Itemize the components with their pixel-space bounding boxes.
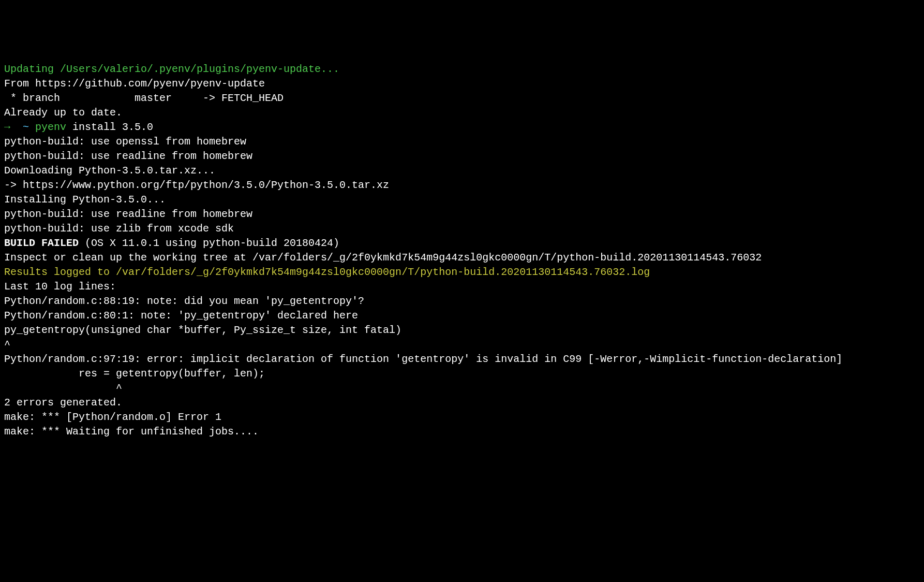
git-from-line: From https://github.com/pyenv/pyenv-upda… [4,77,920,91]
caret-line-1: ^ [4,338,920,352]
up-to-date-line: Already up to date. [4,106,920,120]
note-line-1: Python/random.c:88:19: note: did you mea… [4,294,920,309]
results-logged-line: Results logged to /var/folders/_g/2f0ykm… [4,265,920,280]
make-waiting-line: make: *** Waiting for unfinished jobs...… [4,425,920,439]
update-status-line: Updating /Users/valerio/.pyenv/plugins/p… [4,62,920,77]
installing-line: Installing Python-3.5.0... [4,193,920,207]
command-args: install 3.5.0 [66,121,153,133]
build-failed-details: (OS X 11.0.1 using python-build 20180424… [79,237,339,249]
func-decl-line: py_getentropy(unsigned char *buffer, Py_… [4,323,920,338]
prompt-arrow-icon: → [4,121,23,133]
build-failed-label: BUILD FAILED [4,237,79,249]
last-log-lines-label: Last 10 log lines: [4,280,920,294]
code-line: res = getentropy(buffer, len); [4,367,920,381]
build-readline-line: python-build: use readline from homebrew [4,149,920,164]
note-line-2: Python/random.c:80:1: note: 'py_getentro… [4,309,920,323]
caret-line-2: ^ [4,381,920,396]
git-branch-line: * branch master -> FETCH_HEAD [4,91,920,106]
prompt-tilde: ~ [23,121,29,133]
command-name: pyenv [29,121,66,133]
downloading-line: Downloading Python-3.5.0.tar.xz... [4,164,920,178]
error-line: Python/random.c:97:19: error: implicit d… [4,352,920,367]
errors-generated-line: 2 errors generated. [4,396,920,410]
prompt-line: → ~ pyenv install 3.5.0 [4,120,920,135]
build-openssl-line: python-build: use openssl from homebrew [4,135,920,149]
build-zlib-line: python-build: use zlib from xcode sdk [4,222,920,236]
terminal-output[interactable]: Updating /Users/valerio/.pyenv/plugins/p… [4,62,920,439]
build-failed-line: BUILD FAILED (OS X 11.0.1 using python-b… [4,236,920,251]
inspect-line: Inspect or clean up the working tree at … [4,251,920,265]
make-error-line: make: *** [Python/random.o] Error 1 [4,410,920,425]
build-readline2-line: python-build: use readline from homebrew [4,207,920,222]
download-url-line: -> https://www.python.org/ftp/python/3.5… [4,178,920,193]
